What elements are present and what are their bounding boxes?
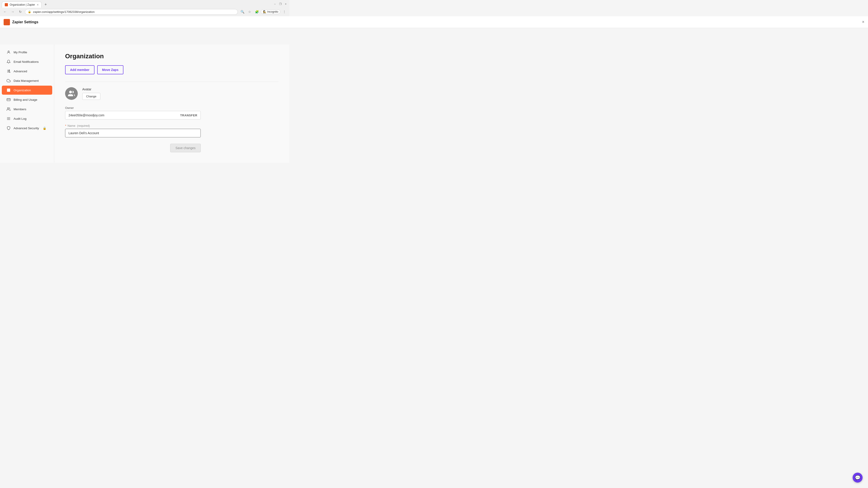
members-icon <box>6 107 11 111</box>
lock-decoration-icon: 🔒 <box>43 127 46 130</box>
audit-icon <box>6 116 11 121</box>
save-btn-row: Save changes <box>65 144 201 152</box>
change-avatar-button[interactable]: Change <box>82 93 100 100</box>
transfer-link[interactable]: TRANSFER <box>180 113 197 117</box>
avatar-section: Avatar Change <box>65 87 278 100</box>
sidebar-label-members: Members <box>13 107 26 111</box>
window-close-btn[interactable]: × <box>284 2 287 6</box>
reload-btn[interactable]: ↻ <box>17 8 24 15</box>
name-required: (required) <box>77 124 90 127</box>
main-content: Organization Add member Move Zaps Avatar… <box>54 44 289 163</box>
action-buttons: Add member Move Zaps <box>65 65 278 74</box>
sidebar-label-data-management: Data Management <box>13 79 39 83</box>
svg-rect-7 <box>7 89 10 92</box>
new-tab-btn[interactable]: + <box>42 1 49 8</box>
move-zaps-button[interactable]: Move Zaps <box>97 65 123 74</box>
lock-icon: 🔒 <box>28 10 31 13</box>
svg-point-14 <box>69 91 72 93</box>
active-tab[interactable]: Organization | Zapier × <box>2 2 41 8</box>
svg-rect-8 <box>7 98 10 101</box>
sidebar-label-advanced-security: Advanced Security <box>13 127 39 130</box>
sidebar-item-members[interactable]: Members <box>2 105 52 113</box>
address-bar[interactable]: 🔒 zapier.com/app/settings/17062338/organ… <box>25 9 238 15</box>
sidebar-label-audit-log: Audit Log <box>13 117 26 121</box>
sidebar-item-audit-log[interactable]: Audit Log <box>2 114 52 123</box>
sidebar-item-advanced-security[interactable]: Advanced Security 🔒 <box>2 124 52 133</box>
profile-icon <box>6 50 11 55</box>
forward-btn[interactable]: → <box>9 8 16 15</box>
sidebar-label-advanced: Advanced <box>13 70 27 73</box>
avatar-info: Avatar Change <box>82 88 100 100</box>
name-label: * Name (required) <box>65 124 278 127</box>
app-logo: Zapier Settings <box>4 19 38 25</box>
tab-favicon <box>5 3 8 6</box>
extensions-btn[interactable]: 🧩 <box>254 8 260 15</box>
sidebar-item-data-management[interactable]: Data Management <box>2 76 52 85</box>
svg-point-10 <box>7 107 9 109</box>
svg-point-6 <box>9 72 10 72</box>
svg-point-5 <box>9 71 9 72</box>
owner-row: 24ee050e@moodjoy.com TRANSFER <box>65 111 201 120</box>
bell-icon <box>6 59 11 64</box>
owner-label: Owner <box>65 106 278 109</box>
page-title: Organization <box>65 53 278 60</box>
app-header: Zapier Settings × <box>0 16 289 28</box>
app-logo-icon <box>4 19 10 25</box>
avatar <box>65 87 78 100</box>
sidebar-item-billing[interactable]: Billing and Usage <box>2 95 52 104</box>
bookmark-btn[interactable]: ☆ <box>246 8 253 15</box>
billing-icon <box>6 97 11 102</box>
browser-chrome: Organization | Zapier × + − ❐ × ← → ↻ 🔒 … <box>0 0 289 17</box>
sidebar-label-organization: Organization <box>13 89 31 92</box>
incognito-badge: 🕵 Incognito <box>261 9 280 14</box>
sidebar-item-organization[interactable]: Organization <box>2 86 52 95</box>
sidebar-item-my-profile[interactable]: My Profile <box>2 48 52 57</box>
name-input[interactable] <box>65 129 201 137</box>
tab-title: Organization | Zapier <box>10 3 35 6</box>
sliders-icon <box>6 69 11 73</box>
app-body: My Profile Email Notifications Advanced <box>0 44 289 163</box>
url-text: zapier.com/app/settings/17062338/organiz… <box>33 10 235 13</box>
organization-icon <box>6 88 11 92</box>
name-form-group: * Name (required) <box>65 124 278 137</box>
cloud-icon <box>6 78 11 83</box>
incognito-icon: 🕵 <box>263 10 266 13</box>
sidebar-label-billing: Billing and Usage <box>13 98 37 101</box>
sidebar-label-email-notifications: Email Notifications <box>13 60 39 64</box>
section-divider <box>65 82 278 82</box>
add-member-button[interactable]: Add member <box>65 65 94 74</box>
owner-form-group: Owner 24ee050e@moodjoy.com TRANSFER <box>65 106 278 120</box>
window-restore-btn[interactable]: ❐ <box>278 2 282 6</box>
owner-email: 24ee050e@moodjoy.com <box>68 113 104 117</box>
search-btn[interactable]: 🔍 <box>239 8 246 15</box>
tab-close-btn[interactable]: × <box>37 3 39 6</box>
shield-icon <box>6 126 11 130</box>
sidebar: My Profile Email Notifications Advanced <box>0 44 54 163</box>
back-btn[interactable]: ← <box>2 8 8 15</box>
window-minimize-btn[interactable]: − <box>273 2 277 6</box>
save-changes-button[interactable]: Save changes <box>170 144 201 152</box>
sidebar-label-my-profile: My Profile <box>13 51 27 54</box>
app-title: Zapier Settings <box>12 20 38 24</box>
svg-point-0 <box>8 51 9 52</box>
incognito-label: Incognito <box>267 10 278 13</box>
avatar-label: Avatar <box>82 88 100 91</box>
sidebar-item-email-notifications[interactable]: Email Notifications <box>2 57 52 66</box>
menu-btn[interactable]: ⋮ <box>281 8 287 15</box>
sidebar-item-advanced[interactable]: Advanced <box>2 67 52 76</box>
